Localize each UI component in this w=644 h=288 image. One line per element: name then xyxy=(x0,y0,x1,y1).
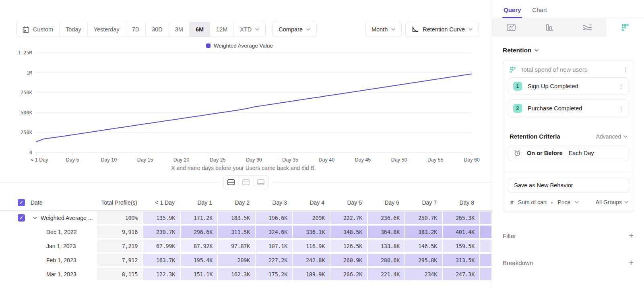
retention-value-cell[interactable]: 116.9K xyxy=(293,240,330,252)
range-custom[interactable]: Custom xyxy=(17,22,60,37)
retention-value-cell[interactable]: 146.5K xyxy=(405,240,442,252)
column-header[interactable]: Day 2 xyxy=(218,199,255,206)
behavior-step-1[interactable]: 1Sign Up Completed⋮ xyxy=(508,77,629,95)
retention-value-cell[interactable]: 227.2K xyxy=(256,254,292,266)
retention-value-cell[interactable]: 242.8K xyxy=(293,254,330,266)
chart-type-retention[interactable] xyxy=(606,18,644,37)
retention-value-cell[interactable]: 135.9K xyxy=(143,211,180,224)
retention-value-cell[interactable]: 401.4K xyxy=(443,226,479,238)
retention-value-cell[interactable]: 195.4K xyxy=(181,254,217,266)
range-6m[interactable]: 6M xyxy=(190,22,210,37)
column-header[interactable]: Date xyxy=(28,199,97,206)
retention-value-cell[interactable]: 230.7K xyxy=(143,226,180,238)
retention-value-cell[interactable]: 236.6K xyxy=(368,211,405,224)
chart-type-bar[interactable] xyxy=(530,18,568,37)
retention-value-cell[interactable]: 159.5K xyxy=(443,240,479,252)
retention-line-series[interactable] xyxy=(36,74,472,142)
kebab-menu-icon[interactable]: ⋮ xyxy=(623,66,628,73)
retention-value-cell[interactable]: 336.1K xyxy=(293,226,330,238)
retention-value-cell[interactable]: 87.92K xyxy=(181,240,217,252)
chart-type-button[interactable]: Retention Curve xyxy=(405,22,479,37)
row-label[interactable]: Feb 1, 2023 xyxy=(28,257,97,263)
row-checkbox[interactable] xyxy=(18,214,25,222)
retention-timing-row[interactable]: On or Before Each Day xyxy=(508,145,629,161)
retention-value-cell[interactable]: 313.5K xyxy=(443,254,479,266)
add-filter-button[interactable]: + xyxy=(629,232,634,240)
chart-type-line[interactable] xyxy=(492,18,530,37)
granularity-button[interactable]: Month xyxy=(365,22,402,37)
retention-value-cell[interactable]: 221.4K xyxy=(368,268,405,280)
column-header[interactable]: Day 3 xyxy=(255,199,293,206)
retention-value-cell[interactable]: 107.1K xyxy=(256,240,292,252)
save-as-new-behavior-button[interactable]: Save as New Behavior xyxy=(508,178,629,193)
range-3m[interactable]: 3M xyxy=(169,22,190,37)
range-yesterday[interactable]: Yesterday xyxy=(88,22,126,37)
range-xtd[interactable]: XTD xyxy=(234,22,265,37)
retention-value-cell[interactable]: 324.6K xyxy=(256,226,292,238)
range-30d[interactable]: 30D xyxy=(146,22,169,37)
retention-value-cell[interactable]: 364.8K xyxy=(368,226,405,238)
retention-value-cell[interactable]: 234K xyxy=(405,268,442,280)
retention-value-cell[interactable]: 162.3K xyxy=(218,268,255,280)
behavior-step-2[interactable]: 2Purchase Completed⋮ xyxy=(508,99,629,117)
retention-value-cell[interactable]: 175.2K xyxy=(256,268,292,280)
retention-value-cell[interactable]: 348.5K xyxy=(330,226,367,238)
retention-value-cell[interactable]: 133.8K xyxy=(368,240,405,252)
retention-value-cell[interactable]: 171.2K xyxy=(181,211,217,224)
measure-property[interactable]: Sum of cart xyxy=(518,199,547,205)
advanced-dropdown[interactable]: Advanced xyxy=(596,133,627,140)
retention-value-cell[interactable]: 296.6K xyxy=(181,226,217,238)
retention-value-cell[interactable]: 250.7K xyxy=(405,211,442,224)
retention-value-cell[interactable]: 206.2K xyxy=(330,268,367,280)
retention-value-cell[interactable]: 183.5K xyxy=(218,211,255,224)
retention-value-cell[interactable]: 196.6K xyxy=(256,211,292,224)
retention-value-cell[interactable]: 209K xyxy=(293,211,330,224)
view-toggle-table-only[interactable] xyxy=(254,176,268,189)
column-header[interactable]: Total Profile(s) xyxy=(97,199,143,206)
range-today[interactable]: Today xyxy=(60,22,88,37)
column-header[interactable]: Day 4 xyxy=(293,199,330,206)
column-header[interactable]: Day 8 xyxy=(442,199,480,206)
retention-value-cell[interactable]: 295.8K xyxy=(405,254,442,266)
chart-type-flow[interactable] xyxy=(568,18,606,37)
row-label[interactable]: Weighted Average ... xyxy=(28,215,97,221)
view-toggle-chart-only[interactable] xyxy=(239,176,254,189)
row-label[interactable]: Mar 1, 2023 xyxy=(28,271,97,278)
column-header[interactable]: < 1 Day xyxy=(143,199,180,206)
kebab-menu-icon[interactable]: ⋮ xyxy=(618,83,624,89)
compare-button[interactable]: Compare xyxy=(272,22,317,37)
column-header[interactable]: Day 1 xyxy=(180,199,218,206)
retention-value-cell[interactable]: 122.3K xyxy=(143,268,180,280)
retention-curve-chart[interactable]: 0250K500K750K1M1.25M< 1 DayDay 5Day 10Da… xyxy=(12,49,491,165)
all-groups-dropdown[interactable]: All Groups xyxy=(596,199,628,205)
retention-value-cell[interactable]: 163.7K xyxy=(143,254,180,266)
retention-value-cell[interactable]: 383.2K xyxy=(405,226,442,238)
retention-value-cell[interactable]: 126.5K xyxy=(330,240,367,252)
retention-section-header[interactable]: Retention xyxy=(503,47,634,54)
add-breakdown-button[interactable]: + xyxy=(629,259,634,267)
kebab-menu-icon[interactable]: ⋮ xyxy=(618,106,624,112)
tab-chart[interactable]: Chart xyxy=(532,6,547,18)
retention-value-cell[interactable]: 151.1K xyxy=(181,268,217,280)
retention-value-cell[interactable]: 265.3K xyxy=(443,211,479,224)
column-header[interactable]: Day 5 xyxy=(330,199,367,206)
range-12m[interactable]: 12M xyxy=(210,22,234,37)
row-label[interactable]: Jan 1, 2023 xyxy=(28,243,97,249)
retention-value-cell[interactable]: 280.6K xyxy=(368,254,405,266)
select-all-checkbox[interactable] xyxy=(18,199,25,206)
tab-query[interactable]: Query xyxy=(504,6,521,18)
retention-value-cell[interactable]: 247.3K xyxy=(443,268,479,280)
retention-value-cell[interactable]: 189.9K xyxy=(293,268,330,280)
column-header[interactable]: Day 7 xyxy=(405,199,442,206)
retention-value-cell[interactable]: 67.99K xyxy=(143,240,180,252)
retention-value-cell[interactable]: 222.7K xyxy=(330,211,367,224)
retention-value-cell[interactable]: 260.9K xyxy=(330,254,367,266)
range-7d[interactable]: 7D xyxy=(126,22,146,37)
column-header[interactable]: Day 6 xyxy=(367,199,405,206)
measure-sub-property[interactable]: Price xyxy=(557,199,570,205)
view-toggle-split[interactable] xyxy=(224,176,239,189)
row-label[interactable]: Dec 1, 2022 xyxy=(28,229,97,235)
retention-value-cell[interactable]: 97.87K xyxy=(218,240,255,252)
retention-value-cell[interactable]: 209K xyxy=(218,254,255,266)
retention-value-cell[interactable]: 311.5K xyxy=(218,226,255,238)
